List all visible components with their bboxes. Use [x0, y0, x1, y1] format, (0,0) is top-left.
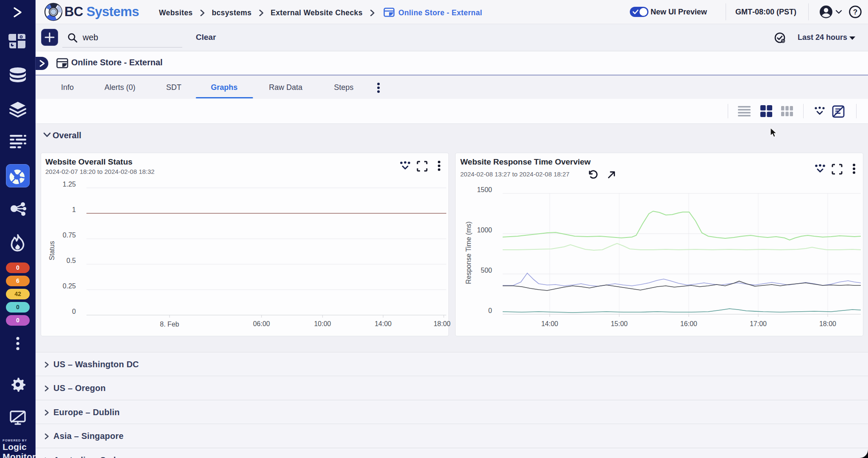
svg-text:0.5: 0.5 — [67, 257, 76, 264]
svg-text:06:00: 06:00 — [253, 320, 270, 327]
svg-text:1: 1 — [72, 206, 76, 213]
svg-text:8. Feb: 8. Feb — [160, 321, 179, 328]
svg-text:15:00: 15:00 — [611, 320, 628, 327]
svg-text:14:00: 14:00 — [375, 320, 392, 327]
svg-text:500: 500 — [481, 267, 492, 274]
svg-text:17:00: 17:00 — [750, 320, 767, 327]
svg-text:0: 0 — [488, 307, 492, 314]
svg-text:10:00: 10:00 — [314, 320, 331, 327]
svg-text:18:00: 18:00 — [819, 320, 836, 327]
svg-text:16:00: 16:00 — [680, 320, 697, 327]
svg-text:Response Time (ms): Response Time (ms) — [465, 221, 472, 284]
svg-text:1000: 1000 — [477, 226, 492, 234]
svg-text:1500: 1500 — [477, 186, 492, 193]
svg-text:18:00: 18:00 — [434, 320, 451, 327]
svg-text:Status: Status — [48, 241, 56, 260]
svg-text:14:00: 14:00 — [541, 320, 558, 327]
svg-text:0: 0 — [72, 308, 76, 315]
svg-text:0.75: 0.75 — [63, 232, 76, 239]
svg-text:1.25: 1.25 — [63, 181, 76, 188]
svg-text:0.25: 0.25 — [63, 282, 76, 290]
svg-text:?: ? — [853, 8, 857, 16]
